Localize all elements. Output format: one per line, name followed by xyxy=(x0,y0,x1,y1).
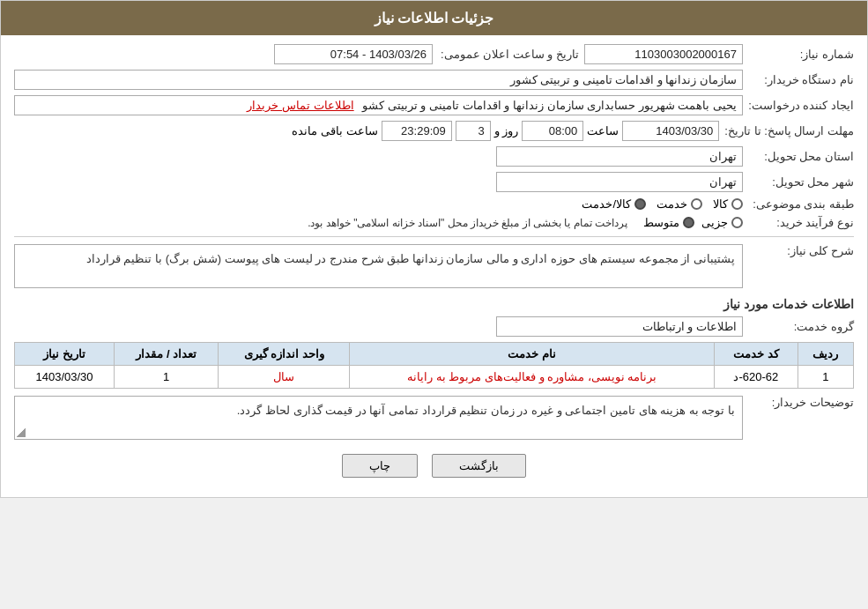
creator-text: یحیی باهمت شهریور حسابداری سازمان زندانه… xyxy=(362,99,737,112)
category-option-khedmat[interactable]: خدمت xyxy=(657,197,702,211)
announce-date-value: 1403/03/26 - 07:54 xyxy=(274,44,433,64)
col-unit: واحد اندازه گیری xyxy=(219,343,350,366)
page-header: جزئیات اطلاعات نیاز xyxy=(1,1,867,35)
date-fields: 1403/03/30 ساعت 08:00 روز و 3 23:29:09 س… xyxy=(292,121,719,141)
col-service-code: کد خدمت xyxy=(715,343,798,366)
service-group-value: اطلاعات و ارتباطات xyxy=(496,316,743,337)
category-label: طبقه بندی موضوعی: xyxy=(748,197,854,211)
purchase-label-motavaset: متوسط xyxy=(643,216,679,229)
province-value: تهران xyxy=(496,146,743,167)
category-row: طبقه بندی موضوعی: کالا خدمت کالا/خدمت xyxy=(14,197,854,211)
buyer-notes-text: با توجه به هزینه های تامین اجتماعی و غیر… xyxy=(237,404,735,417)
category-label-kala-khedmat: کالا/خدمت xyxy=(582,197,631,211)
need-desc-label: شرح کلی نیاز: xyxy=(748,244,854,257)
province-row: استان محل تحویل: تهران xyxy=(14,146,854,167)
need-number-value: 1103003002000167 xyxy=(584,44,743,64)
requester-org-label: نام دستگاه خریدار: xyxy=(748,73,854,86)
purchase-note: پرداخت تمام یا بخشی از مبلغ خریداز محل "… xyxy=(308,217,627,229)
table-row: 1620-62-دبرنامه نویسی، مشاوره و فعالیت‌ه… xyxy=(15,366,854,389)
announce-date-label: تاریخ و ساعت اعلان عمومی: xyxy=(438,48,579,61)
buyer-notes-section: توضیحات خریدار: با توجه به هزینه های تام… xyxy=(14,396,854,440)
remaining-label: ساعت باقی مانده xyxy=(292,124,377,137)
category-option-kala[interactable]: کالا xyxy=(713,197,743,211)
purchase-jozii[interactable]: جزیی xyxy=(701,216,743,229)
category-radio-khedmat xyxy=(691,198,702,210)
category-option-kala-khedmat[interactable]: کالا/خدمت xyxy=(582,197,646,211)
resize-handle[interactable] xyxy=(17,428,26,437)
purchase-type-label: نوع فرآیند خرید: xyxy=(748,216,854,229)
need-number-row: شماره نیاز: 1103003002000167 تاریخ و ساع… xyxy=(14,44,854,64)
days-label: روز و xyxy=(494,124,519,137)
need-number-label: شماره نیاز: xyxy=(748,48,854,61)
services-table: ردیف کد خدمت نام خدمت واحد اندازه گیری ت… xyxy=(14,342,854,389)
response-remaining: 23:29:09 xyxy=(382,121,452,141)
category-label-kala: کالا xyxy=(713,197,728,211)
response-time: 08:00 xyxy=(522,121,583,141)
time-label: ساعت xyxy=(587,124,619,137)
purchase-radio-jozii xyxy=(731,217,743,228)
need-desc-row: شرح کلی نیاز: پشتیبانی از مجموعه سیستم ه… xyxy=(14,244,854,288)
service-group-label: گروه خدمت: xyxy=(748,320,854,333)
city-label: شهر محل تحویل: xyxy=(748,175,854,189)
category-radio-kala xyxy=(731,198,743,210)
need-desc-value: پشتیبانی از مجموعه سیستم های حوزه اداری … xyxy=(14,244,743,288)
creator-row: ایجاد کننده درخواست: یحیی باهمت شهریور ح… xyxy=(14,95,854,115)
requester-org-value: سازمان زندانها و اقدامات تامینی و تربیتی… xyxy=(14,70,743,90)
response-days: 3 xyxy=(456,121,491,141)
category-radio-kala-khedmat xyxy=(634,198,646,210)
service-group-row: گروه خدمت: اطلاعات و ارتباطات xyxy=(14,316,854,337)
requester-org-row: نام دستگاه خریدار: سازمان زندانها و اقدا… xyxy=(14,70,854,90)
city-row: شهر محل تحویل: تهران xyxy=(14,172,854,192)
city-value: تهران xyxy=(496,172,743,192)
purchase-radio-motavaset xyxy=(683,217,694,228)
province-label: استان محل تحویل: xyxy=(748,150,854,163)
response-deadline-row: مهلت ارسال پاسخ: تا تاریخ: 1403/03/30 سا… xyxy=(14,121,854,141)
buyer-notes-value: با توجه به هزینه های تامین اجتماعی و غیر… xyxy=(14,396,743,440)
col-quantity: تعداد / مقدار xyxy=(115,343,219,366)
category-radio-group: کالا خدمت کالا/خدمت xyxy=(582,197,743,211)
print-button[interactable]: چاپ xyxy=(342,454,418,478)
creator-contact-link[interactable]: اطلاعات تماس خریدار xyxy=(247,99,353,112)
back-button[interactable]: بازگشت xyxy=(432,454,526,478)
services-section-title: اطلاعات خدمات مورد نیاز xyxy=(14,297,854,311)
creator-value: یحیی باهمت شهریور حسابداری سازمان زندانه… xyxy=(14,95,743,115)
purchase-label-jozii: جزیی xyxy=(701,216,728,229)
category-label-khedmat: خدمت xyxy=(657,197,687,211)
buyer-notes-label: توضیحات خریدار: xyxy=(748,396,854,409)
purchase-type-row: نوع فرآیند خرید: جزیی متوسط پرداخت تمام … xyxy=(14,216,854,229)
bottom-buttons: بازگشت چاپ xyxy=(14,454,854,478)
col-date: تاریخ نیاز xyxy=(15,343,115,366)
page-title: جزئیات اطلاعات نیاز xyxy=(375,11,494,26)
creator-label: ایجاد کننده درخواست: xyxy=(748,99,854,112)
purchase-motavaset[interactable]: متوسط xyxy=(643,216,694,229)
col-row-num: ردیف xyxy=(798,343,853,366)
response-date: 1403/03/30 xyxy=(622,121,719,141)
response-deadline-label: مهلت ارسال پاسخ: تا تاریخ: xyxy=(724,124,854,137)
purchase-type-options: جزیی متوسط پرداخت تمام یا بخشی از مبلغ خ… xyxy=(308,216,743,229)
col-service-name: نام خدمت xyxy=(350,343,715,366)
